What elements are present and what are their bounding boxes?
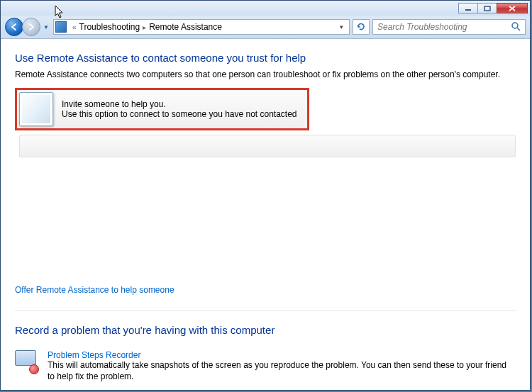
page-description: Remote Assistance connects two computers…: [15, 69, 516, 79]
invite-option-highlight: Invite someone to help you. Use this opt…: [15, 88, 309, 130]
offer-assistance-link[interactable]: Offer Remote Assistance to help someone: [15, 285, 174, 295]
nav-buttons: ▼: [5, 18, 50, 36]
psr-description: This will automatically take snapshots o…: [48, 360, 516, 382]
back-button[interactable]: [5, 18, 23, 36]
remote-assistance-icon: [19, 92, 53, 126]
section-divider: [15, 310, 516, 311]
invite-title: Invite someone to help you.: [62, 99, 297, 109]
minimize-button[interactable]: [458, 3, 478, 13]
option-row-bg: [19, 135, 516, 157]
content-area: Use Remote Assistance to contact someone…: [1, 39, 530, 390]
psr-icon: [15, 350, 38, 373]
page-title: Use Remote Assistance to contact someone…: [15, 52, 516, 64]
svg-point-2: [512, 23, 518, 28]
psr-title: Problem Steps Recorder: [48, 350, 516, 360]
svg-rect-0: [465, 9, 471, 11]
breadcrumb-seg-remote-assistance[interactable]: Remote Assistance: [149, 22, 222, 32]
navigation-bar: ▼ « Troubleshooting ▸ Remote Assistance …: [1, 16, 530, 39]
maximize-button[interactable]: [477, 3, 497, 13]
chevron-right-icon[interactable]: ▸: [143, 23, 146, 31]
search-icon[interactable]: [511, 21, 521, 33]
svg-line-3: [517, 28, 520, 30]
svg-rect-1: [484, 6, 490, 11]
breadcrumb-seg-troubleshooting[interactable]: Troubleshooting: [79, 22, 140, 32]
titlebar: [1, 1, 530, 16]
explorer-window: ▼ « Troubleshooting ▸ Remote Assistance …: [0, 0, 531, 391]
control-panel-icon: [55, 21, 67, 33]
close-button[interactable]: [497, 3, 528, 13]
forward-button[interactable]: [22, 18, 40, 36]
address-bar[interactable]: « Troubleshooting ▸ Remote Assistance ▾: [53, 19, 350, 35]
record-badge-icon: [29, 364, 39, 374]
search-input[interactable]: [377, 22, 511, 32]
invite-option[interactable]: Invite someone to help you. Use this opt…: [19, 92, 297, 126]
recent-pages-button[interactable]: ▼: [42, 21, 50, 33]
psr-option[interactable]: Problem Steps Recorder This will automat…: [15, 350, 516, 382]
invite-description: Use this option to connect to someone yo…: [62, 109, 297, 119]
refresh-button[interactable]: [353, 19, 370, 35]
address-dropdown-button[interactable]: ▾: [336, 23, 348, 30]
record-section-title: Record a problem that you're having with…: [15, 324, 516, 336]
breadcrumb-prefix: «: [72, 23, 77, 31]
search-box[interactable]: [372, 19, 526, 35]
